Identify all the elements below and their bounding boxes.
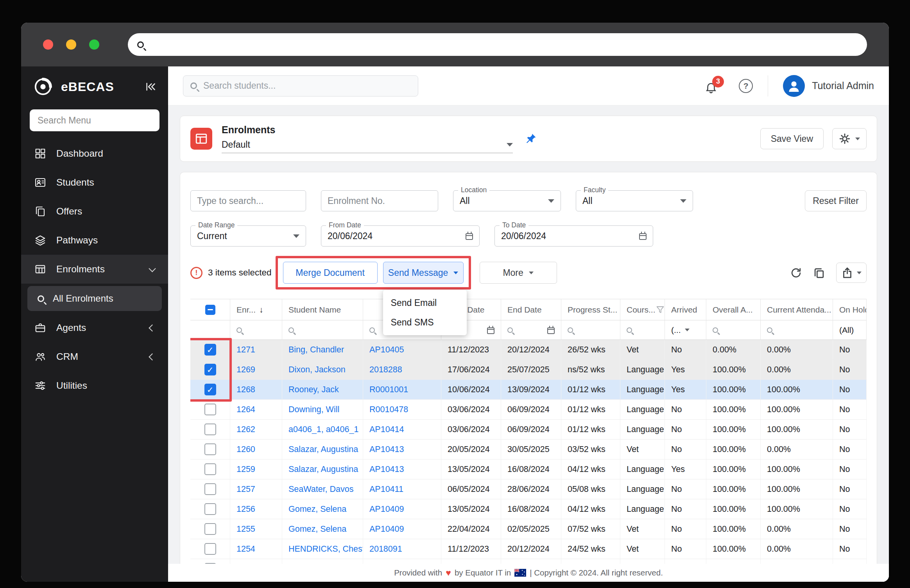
save-view-button[interactable]: Save View [760,128,824,149]
student-search-box[interactable] [183,75,418,97]
to-date-field[interactable]: To Date 20/06/2024 [494,225,653,247]
menu-item-send-email[interactable]: Send Email [383,293,467,313]
column-header-student-name[interactable]: Student Name [282,299,363,320]
student-name-link[interactable]: SeaWater, Davos [282,479,363,499]
student-name-link[interactable]: a0406_1, a0406_1 [282,420,363,439]
calendar-icon[interactable] [639,233,647,240]
sidebar-item-offers[interactable]: Offers [21,197,168,226]
sort-descending-icon[interactable]: ↓ [259,305,263,315]
user-avatar[interactable] [783,75,805,97]
student-search-input[interactable] [203,80,411,91]
table-row[interactable]: 1251Bing, ChandlerAP1040522/04/202426/07… [190,559,867,564]
table-row[interactable]: 1256Gomez, SelenaAP1040913/05/202416/08/… [190,499,867,519]
student-name-link[interactable]: Salazar, Augustina [282,459,363,479]
sidebar-item-crm[interactable]: CRM [21,342,168,371]
table-row[interactable]: 1254HENDRICKS, Chester201809111/12/20232… [190,539,867,559]
reference-link[interactable]: AP10405 [363,559,441,564]
table-row[interactable]: 1264Downing, WillR001047803/06/202406/09… [190,400,867,420]
column-header-end-date[interactable]: End Date [501,299,561,320]
student-name-link[interactable]: Bing, Chandler [282,340,363,359]
sidebar-search-input[interactable] [30,109,159,131]
row-checkbox[interactable] [204,503,216,515]
filter-cell-end-date[interactable] [501,320,561,340]
view-settings-button[interactable] [832,128,867,149]
filter-cell-arrived[interactable]: (... [665,320,706,340]
sidebar-item-pathways[interactable]: Pathways [21,226,168,255]
enrolment-id-link[interactable]: 1255 [230,519,282,539]
enrolment-id-link[interactable]: 1268 [230,380,282,399]
select-all-checkbox[interactable] [205,305,215,315]
column-header-arrived[interactable]: Arrived [665,299,706,320]
enrolment-id-link[interactable]: 1260 [230,440,282,459]
column-header-course[interactable]: Cours... [620,299,665,320]
sidebar-item-students[interactable]: Students [21,168,168,197]
filter-cell-progress[interactable] [561,320,620,340]
location-select[interactable]: Location All [453,190,561,211]
calendar-icon[interactable] [466,233,473,240]
quick-search-field[interactable] [190,190,306,211]
reference-link[interactable]: 2018288 [363,360,441,379]
from-date-field[interactable]: From Date 20/06/2024 [321,225,480,247]
column-header-enrolment[interactable]: Enr...↓ [230,299,282,320]
enrolment-id-link[interactable]: 1256 [230,499,282,519]
quick-search-input[interactable] [197,196,299,206]
filter-cell-overall[interactable] [706,320,761,340]
reference-link[interactable]: R0001001 [363,380,441,399]
table-row[interactable]: 1268Rooney, JackR000100110/06/202413/09/… [190,380,867,400]
reference-link[interactable]: AP10409 [363,499,441,519]
table-row[interactable]: 1262a0406_1, a0406_1AP1041403/06/202406/… [190,420,867,440]
row-checkbox[interactable] [204,404,216,415]
row-checkbox[interactable] [204,463,216,475]
faculty-select[interactable]: Faculty All [576,190,693,211]
sidebar-item-dashboard[interactable]: Dashboard [21,139,168,168]
row-checkbox[interactable] [204,543,216,555]
merge-document-button[interactable]: Merge Document [283,262,378,284]
menu-item-send-sms[interactable]: Send SMS [383,313,467,332]
filter-cell-course[interactable] [620,320,665,340]
student-name-link[interactable]: Salazar, Augustina [282,440,363,459]
filter-cell-student-name[interactable] [282,320,363,340]
filter-cell-current-attendance[interactable] [761,320,833,340]
filter-cell-enrolment[interactable] [230,320,282,340]
sidebar-item-enrolments[interactable]: Enrolments [21,255,168,284]
reference-link[interactable]: AP10414 [363,420,441,439]
student-name-link[interactable]: Gomez, Selena [282,519,363,539]
enrolment-id-link[interactable]: 1254 [230,539,282,559]
row-checkbox[interactable] [204,523,216,535]
view-select[interactable]: Default [222,139,513,153]
browser-address-bar[interactable] [128,33,867,56]
pin-view-icon[interactable] [525,132,537,145]
row-checkbox[interactable] [204,424,216,435]
column-header-overall[interactable]: Overall A... [706,299,761,320]
enrolment-id-link[interactable]: 1271 [230,340,282,359]
student-name-link[interactable]: Downing, Will [282,400,363,419]
refresh-button[interactable] [790,267,802,279]
enrolment-id-link[interactable]: 1259 [230,459,282,479]
table-row[interactable]: 1269Dixon, Jackson201828817/06/202425/07… [190,360,867,380]
table-row[interactable]: 1257SeaWater, DavosAP1041106/05/202428/0… [190,479,867,499]
enrolment-id-link[interactable]: 1264 [230,400,282,419]
copy-button[interactable] [813,267,825,279]
send-message-button[interactable]: Send Message [383,262,464,284]
notifications-button[interactable]: 3 [704,77,720,95]
column-header-current-attendance[interactable]: Current Attenda... [761,299,833,320]
student-name-link[interactable]: Rooney, Jack [282,380,363,399]
reference-link[interactable]: 2018091 [363,539,441,559]
table-row[interactable]: 1271Bing, ChandlerAP1040511/12/202320/12… [190,340,867,360]
reference-link[interactable]: AP10411 [363,479,441,499]
filter-funnel-icon[interactable] [656,305,665,315]
student-name-link[interactable]: Bing, Chandler [282,559,363,564]
row-checkbox[interactable] [204,483,216,495]
enrolment-id-link[interactable]: 1262 [230,420,282,439]
sidebar-item-all-enrolments[interactable]: All Enrolments [27,286,162,311]
more-button[interactable]: More [480,262,557,284]
date-range-select[interactable]: Date Range Current [190,225,306,247]
row-checkbox[interactable] [204,364,216,375]
row-checkbox[interactable] [204,344,216,356]
minimize-window-button[interactable] [66,39,76,50]
enrolment-id-link[interactable]: 1251 [230,559,282,564]
export-button[interactable] [836,263,867,283]
fullscreen-window-button[interactable] [89,39,99,50]
select-all-cell[interactable] [190,299,230,320]
calendar-icon[interactable] [547,327,555,334]
